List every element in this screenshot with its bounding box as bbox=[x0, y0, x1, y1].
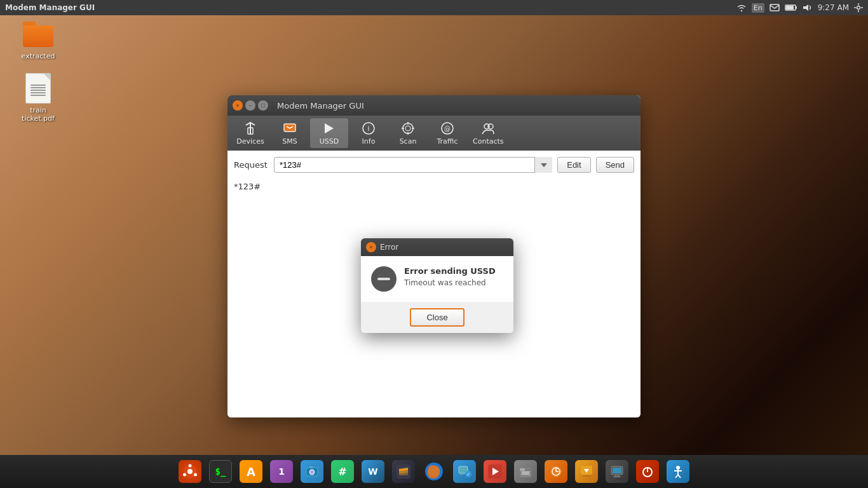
window-minimize-button[interactable]: − bbox=[245, 100, 255, 111]
svg-rect-11 bbox=[284, 124, 295, 132]
dock-empathy[interactable]: ✓ bbox=[451, 458, 478, 485]
dock-power-button[interactable] bbox=[634, 458, 661, 485]
desktop: Modem Manager GUI En bbox=[0, 0, 868, 488]
volume-icon[interactable] bbox=[803, 3, 813, 12]
ubuntu-icon bbox=[179, 460, 201, 483]
software-center-icon: A bbox=[240, 460, 262, 483]
screenshot-icon bbox=[301, 460, 323, 483]
edit-button[interactable]: Edit bbox=[557, 157, 590, 173]
toolbar-ussd[interactable]: USSD bbox=[310, 118, 348, 148]
toolbar-devices[interactable]: Devices bbox=[231, 118, 269, 148]
dialog-close-x-button[interactable]: × bbox=[366, 242, 376, 252]
window-title: Modem Manager GUI bbox=[277, 101, 364, 111]
svg-point-29 bbox=[183, 473, 186, 477]
svg-point-31 bbox=[309, 470, 315, 475]
sms-label: SMS bbox=[282, 137, 297, 146]
ussd-content-area: Request Edit Send *123# × Error bbox=[227, 151, 641, 417]
svg-line-63 bbox=[678, 475, 681, 478]
devices-label: Devices bbox=[236, 137, 264, 146]
svg-text:@: @ bbox=[444, 125, 451, 132]
svg-point-27 bbox=[189, 464, 192, 468]
error-message-title: Error sending USSD bbox=[404, 266, 496, 276]
dock-media-player[interactable] bbox=[481, 458, 509, 485]
toolbar-sms[interactable]: SMS bbox=[271, 118, 309, 148]
request-dropdown-button[interactable] bbox=[534, 157, 552, 173]
mail-icon[interactable] bbox=[770, 4, 780, 11]
wifi-icon[interactable] bbox=[736, 3, 747, 12]
svg-point-28 bbox=[194, 473, 197, 477]
dialog-close-button[interactable]: Close bbox=[410, 308, 464, 327]
traffic-icon: @ bbox=[440, 121, 455, 136]
file-manager-icon bbox=[514, 460, 537, 483]
sublime-text-icon bbox=[392, 460, 415, 483]
svg-rect-32 bbox=[309, 466, 313, 468]
window-maximize-button[interactable]: □ bbox=[258, 100, 268, 111]
dock-terminal[interactable]: $_ bbox=[207, 458, 234, 485]
calculator-icon: # bbox=[331, 460, 354, 483]
svg-marker-12 bbox=[325, 123, 334, 133]
dock-ubuntu[interactable] bbox=[176, 458, 204, 485]
dock-download-manager[interactable] bbox=[573, 458, 600, 485]
terminal-icon: $_ bbox=[209, 460, 232, 483]
svg-text:✓: ✓ bbox=[466, 472, 470, 477]
settings-icon[interactable] bbox=[854, 3, 863, 12]
keyboard-lang[interactable]: En bbox=[752, 3, 764, 13]
dock-software-center[interactable]: A bbox=[237, 458, 265, 485]
ussd-label: USSD bbox=[320, 137, 339, 146]
toolbar-contacts[interactable]: Contacts bbox=[468, 118, 509, 148]
error-minus-icon bbox=[377, 278, 390, 280]
window-close-button[interactable]: × bbox=[233, 100, 243, 111]
toolbar-info[interactable]: i Info bbox=[349, 118, 388, 148]
svg-text:i: i bbox=[367, 125, 369, 133]
request-input[interactable] bbox=[274, 157, 552, 173]
scan-label: Scan bbox=[400, 137, 417, 146]
toolbar-traffic[interactable]: @ Traffic bbox=[428, 118, 466, 148]
writer-icon: W bbox=[362, 460, 384, 483]
dock-sublime-text[interactable] bbox=[390, 458, 417, 485]
accessibility-icon bbox=[667, 460, 689, 483]
window-titlebar: × − □ Modem Manager GUI bbox=[227, 95, 641, 116]
ussd-code-display: *123# bbox=[234, 179, 634, 194]
toolbar-scan[interactable]: Scan bbox=[389, 118, 427, 148]
app-title-bar: Modem Manager GUI bbox=[5, 3, 95, 12]
train-ticket-pdf-icon[interactable]: train ticket.pdf bbox=[13, 73, 64, 123]
scan-icon bbox=[400, 121, 416, 136]
pdf-graphic bbox=[25, 73, 51, 104]
request-input-wrap bbox=[274, 157, 552, 173]
desktop-icons-area: extracted train ticket.pdf bbox=[13, 19, 64, 123]
svg-point-24 bbox=[488, 124, 493, 129]
dialog-titlebar: × Error bbox=[361, 238, 513, 256]
app-toolbar: Devices SMS USSD bbox=[227, 116, 641, 151]
svg-rect-54 bbox=[614, 475, 620, 477]
backup-icon bbox=[545, 460, 567, 483]
dock-unity-tweak[interactable]: 1 bbox=[268, 458, 295, 485]
dock-file-manager[interactable] bbox=[512, 458, 539, 485]
dock-firefox[interactable] bbox=[420, 458, 448, 485]
info-icon: i bbox=[361, 121, 376, 136]
dock-writer[interactable]: W bbox=[359, 458, 387, 485]
dock-display-settings[interactable] bbox=[603, 458, 631, 485]
tray-area: En bbox=[736, 3, 863, 13]
dock-accessibility[interactable] bbox=[664, 458, 692, 485]
dialog-title: Error bbox=[380, 243, 398, 252]
media-player-icon bbox=[484, 460, 506, 483]
svg-point-5 bbox=[857, 6, 860, 10]
top-taskbar: Modem Manager GUI En bbox=[0, 0, 868, 15]
sms-icon bbox=[282, 121, 297, 136]
svg-point-16 bbox=[405, 126, 410, 131]
dock-backup-tool[interactable] bbox=[542, 458, 570, 485]
display-settings-icon bbox=[606, 460, 628, 483]
svg-rect-56 bbox=[613, 468, 621, 473]
error-icon bbox=[371, 266, 397, 292]
ussd-icon bbox=[322, 121, 337, 136]
svg-rect-43 bbox=[520, 468, 525, 471]
dock-calculator[interactable]: # bbox=[329, 458, 356, 485]
power-icon bbox=[636, 460, 659, 483]
extracted-folder-icon[interactable]: extracted bbox=[13, 19, 64, 60]
svg-rect-3 bbox=[786, 6, 794, 10]
battery-icon[interactable] bbox=[785, 4, 797, 11]
send-button[interactable]: Send bbox=[596, 157, 634, 173]
window-controls: × − □ bbox=[233, 100, 268, 111]
svg-point-15 bbox=[403, 123, 413, 133]
dock-screenshot-tool[interactable] bbox=[298, 458, 326, 485]
